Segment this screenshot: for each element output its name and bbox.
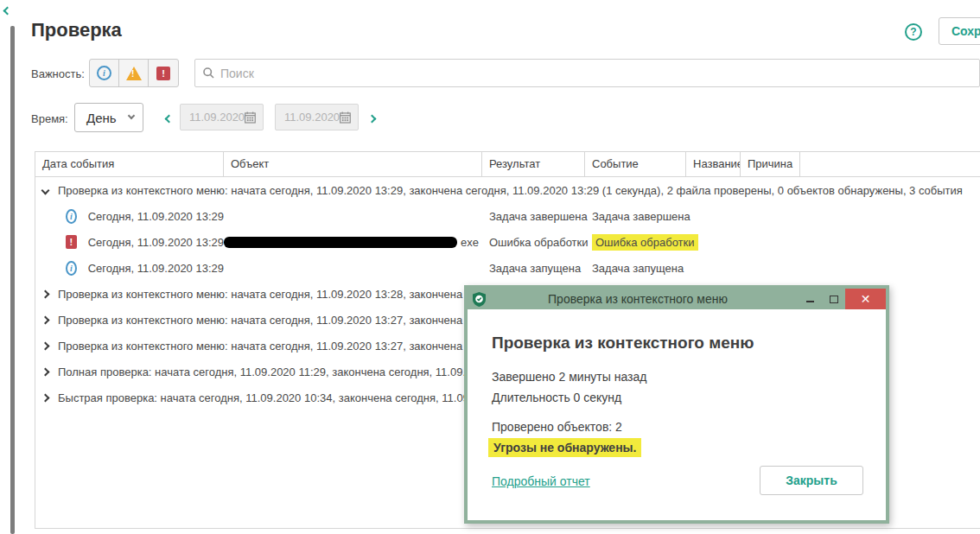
search-input[interactable] — [220, 67, 979, 80]
event-result: Задача запущена — [482, 262, 585, 275]
dialog-title: Проверка из контекстного меню — [468, 292, 808, 306]
group-summary: Полная проверка: начата сегодня, 11.09.2… — [58, 366, 510, 378]
time-label: Время: — [31, 112, 68, 125]
app-window: Проверка ? Сохранить Важность: i ! Время… — [0, 0, 980, 534]
column-header-name[interactable]: Название — [686, 152, 741, 176]
calendar-icon — [340, 111, 351, 124]
chevron-down-icon — [128, 112, 135, 119]
calendar-icon — [245, 111, 256, 124]
error-icon: ! — [66, 235, 77, 249]
scan-result-dialog: Проверка из контекстного меню ✕ Проверка… — [464, 285, 889, 524]
error-icon: ! — [156, 67, 170, 80]
search-icon — [203, 67, 214, 79]
event-date: Сегодня, 11.09.2020 13:29 — [88, 236, 224, 249]
info-icon: i — [66, 209, 77, 224]
column-header-event[interactable]: Событие — [585, 152, 686, 176]
event-object: exe — [224, 236, 482, 249]
chevron-right-icon — [367, 114, 376, 123]
page-title: Проверка — [31, 19, 122, 41]
close-window-button[interactable]: ✕ — [845, 289, 886, 309]
event-result: Задача завершена — [482, 210, 585, 223]
event-row[interactable]: i Сегодня, 11.09.2020 13:29 Задача завер… — [35, 203, 980, 229]
column-header-object[interactable]: Объект — [224, 152, 482, 176]
group-summary: Проверка из контекстного меню: начата се… — [58, 340, 506, 353]
maximize-icon — [830, 296, 838, 303]
date-from-value: 11.09.2020 — [189, 111, 245, 124]
warning-icon — [126, 67, 142, 80]
period-select[interactable]: День — [74, 103, 143, 132]
severity-filter-group: i ! — [89, 59, 179, 87]
event-event-highlighted: Ошибка обработки — [592, 234, 698, 251]
column-header-spacer — [800, 152, 980, 176]
group-summary: Проверка из контекстного меню: начата се… — [58, 184, 963, 197]
date-to-value: 11.09.2020 — [284, 111, 340, 124]
chevron-left-icon — [3, 6, 11, 15]
minimize-icon — [806, 301, 814, 302]
prev-period-button[interactable] — [162, 112, 175, 124]
column-header-result[interactable]: Результат — [482, 152, 585, 176]
chevron-right-icon — [41, 367, 50, 376]
severity-info-button[interactable]: i — [90, 60, 119, 86]
chevron-down-icon — [41, 186, 50, 194]
info-icon: i — [97, 66, 111, 80]
chevron-right-icon — [41, 341, 50, 350]
importance-label: Важность: — [31, 67, 85, 80]
event-event: Задача завершена — [585, 210, 686, 223]
group-summary: Проверка из контекстного меню: начата се… — [58, 288, 506, 301]
event-object-suffix: exe — [461, 236, 479, 249]
severity-error-button[interactable]: ! — [149, 60, 178, 86]
redacted-object-bar — [224, 237, 457, 248]
chevron-right-icon — [41, 289, 50, 298]
group-summary: Проверка из контекстного меню: начата се… — [58, 314, 506, 327]
chevron-left-icon — [164, 114, 173, 123]
group-summary: Быстрая проверка: начата сегодня, 11.09.… — [58, 391, 513, 404]
event-row[interactable]: ! Сегодня, 11.09.2020 13:29 exe Ошибка о… — [35, 229, 980, 255]
info-icon: i — [66, 261, 77, 276]
detailed-report-link[interactable]: Подробный отчет — [492, 474, 590, 488]
scan-group-row[interactable]: Проверка из контекстного меню: начата се… — [35, 177, 980, 203]
chevron-right-icon — [41, 393, 50, 402]
chevron-right-icon — [41, 315, 50, 324]
vertical-scrollbar[interactable] — [10, 26, 15, 534]
maximize-button[interactable] — [822, 289, 845, 309]
date-from-field[interactable]: 11.09.2020 — [180, 104, 264, 130]
event-row[interactable]: i Сегодня, 11.09.2020 13:29 Задача запущ… — [35, 255, 980, 281]
window-controls: ✕ — [799, 289, 886, 309]
no-threats-text: Угрозы не обнаружены. — [488, 438, 641, 457]
severity-warning-button[interactable] — [119, 60, 149, 86]
back-button[interactable] — [1, 2, 13, 19]
minimize-button[interactable] — [799, 289, 822, 309]
next-period-button[interactable] — [366, 112, 378, 124]
dialog-body: Проверка из контекстного меню Завершено … — [468, 309, 886, 524]
column-header-reason[interactable]: Причина — [741, 152, 800, 176]
event-result: Ошибка обработки — [482, 236, 585, 249]
objects-scanned-text: Проверено объектов: 2 — [492, 420, 622, 434]
search-field[interactable] — [194, 59, 980, 87]
period-value: День — [86, 111, 117, 125]
date-to-field[interactable]: 11.09.2020 — [275, 104, 359, 130]
event-date: Сегодня, 11.09.2020 13:29 — [88, 210, 224, 223]
dialog-titlebar[interactable]: Проверка из контекстного меню ✕ — [468, 289, 886, 309]
close-dialog-button[interactable]: Закрыть — [760, 466, 863, 495]
scan-duration-text: Длительность 0 секунд — [492, 391, 621, 404]
column-header-date[interactable]: Дата события — [35, 152, 224, 176]
scan-completed-text: Завершено 2 минуты назад — [492, 370, 646, 384]
help-icon[interactable]: ? — [905, 23, 922, 41]
save-report-button[interactable]: Сохранить — [939, 17, 980, 45]
event-date: Сегодня, 11.09.2020 13:29 — [88, 262, 224, 275]
table-header: Дата события Объект Результат Событие На… — [35, 152, 980, 177]
dialog-heading: Проверка из контекстного меню — [492, 334, 754, 353]
event-event: Задача запущена — [585, 262, 686, 275]
